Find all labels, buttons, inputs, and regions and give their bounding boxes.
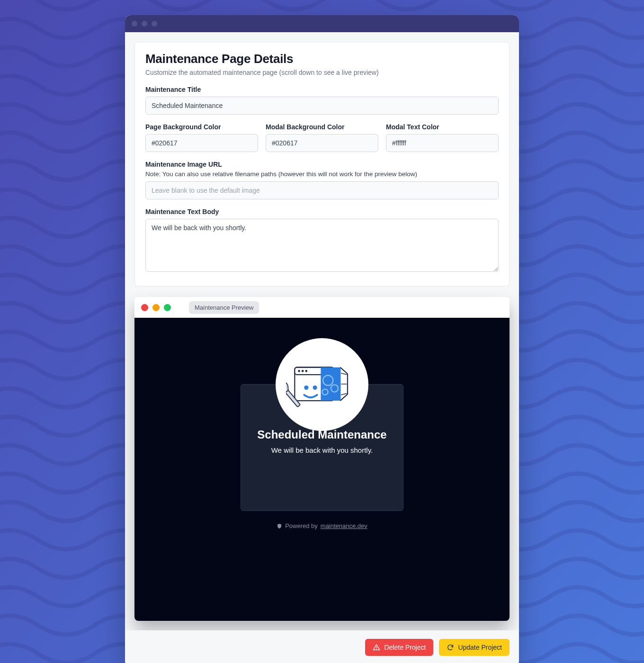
- preview-body: Scheduled Maintenance We will be back wi…: [134, 318, 510, 621]
- modal-text-label: Modal Text Color: [386, 123, 499, 131]
- window-titlebar: [125, 15, 519, 32]
- warning-icon: [373, 644, 380, 651]
- window-dot-icon: [132, 21, 137, 27]
- text-body-label: Maintenance Text Body: [145, 208, 499, 215]
- preview-window: Maintenance Preview: [134, 297, 510, 621]
- footer-actions: Delete Project Update Project: [125, 630, 519, 663]
- svg-point-17: [376, 649, 377, 650]
- maintenance-image: [276, 338, 368, 431]
- svg-point-4: [301, 370, 304, 372]
- svg-line-10: [341, 373, 347, 375]
- modal-text-input[interactable]: [386, 134, 499, 152]
- svg-line-12: [341, 393, 347, 394]
- details-card: Maintenance Page Details Customize the a…: [134, 42, 510, 287]
- page-bg-label: Page Background Color: [145, 123, 258, 131]
- svg-point-3: [298, 370, 300, 372]
- update-project-label: Update Project: [458, 644, 502, 651]
- content-area: Maintenance Page Details Customize the a…: [125, 32, 519, 630]
- page-bg-input[interactable]: [145, 134, 258, 152]
- refresh-icon: [447, 644, 454, 651]
- page-title: Maintenance Page Details: [145, 52, 499, 66]
- text-body-input[interactable]: [145, 219, 499, 272]
- preview-titlebar: Maintenance Preview: [134, 297, 510, 318]
- traffic-light-close-icon: [141, 304, 148, 311]
- delete-project-label: Delete Project: [384, 644, 426, 651]
- powered-by-link[interactable]: maintenance.dev: [321, 522, 367, 529]
- window-dot-icon: [152, 21, 157, 27]
- window-dot-icon: [142, 21, 147, 27]
- page-subtitle: Customize the automated maintenance page…: [145, 69, 499, 76]
- svg-point-13: [304, 385, 308, 390]
- delete-project-button[interactable]: Delete Project: [365, 639, 433, 656]
- preview-modal-body: We will be back with you shortly.: [271, 446, 373, 454]
- image-url-note: Note: You can also use relative filename…: [145, 170, 499, 178]
- maintenance-title-input[interactable]: [145, 97, 499, 115]
- maintenance-title-label: Maintenance Title: [145, 86, 499, 93]
- powered-by-prefix: Powered by: [285, 522, 318, 529]
- app-window: Maintenance Page Details Customize the a…: [125, 15, 519, 663]
- modal-bg-label: Modal Background Color: [266, 123, 378, 131]
- traffic-light-minimize-icon: [152, 304, 160, 311]
- modal-bg-input[interactable]: [266, 134, 378, 152]
- shield-icon: [277, 523, 282, 529]
- maintenance-modal: Scheduled Maintenance We will be back wi…: [241, 384, 403, 511]
- update-project-button[interactable]: Update Project: [439, 639, 510, 656]
- traffic-light-zoom-icon: [164, 304, 171, 311]
- image-url-input[interactable]: [145, 181, 499, 199]
- image-url-label: Maintenance Image URL: [145, 161, 499, 168]
- preview-tab: Maintenance Preview: [189, 301, 259, 314]
- powered-by: Powered by maintenance.dev: [277, 522, 367, 529]
- svg-point-14: [313, 385, 317, 390]
- svg-point-5: [305, 370, 307, 372]
